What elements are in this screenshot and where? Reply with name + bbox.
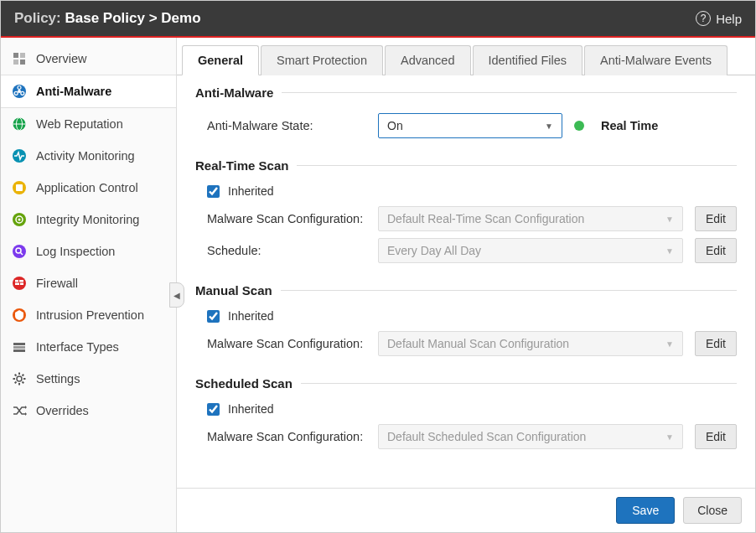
section-legend: Real-Time Scan (195, 158, 297, 173)
sidebar-item-label: Settings (36, 372, 80, 386)
sidebar-item-firewall[interactable]: Firewall (1, 267, 176, 299)
state-label: Anti-Malware State: (207, 119, 366, 132)
svg-rect-0 (13, 53, 18, 58)
manual-config-edit-button[interactable]: Edit (695, 331, 737, 356)
section-legend: Anti-Malware (195, 85, 282, 100)
breadcrumb: Base Policy > Demo (65, 10, 200, 26)
sidebar-item-label: Anti-Malware (36, 85, 111, 98)
chevron-down-icon: ▼ (665, 339, 674, 349)
sidebar-item-log-inspection[interactable]: Log Inspection (1, 235, 176, 267)
realtime-schedule-select[interactable]: Every Day All Day ▼ (378, 238, 683, 263)
section-legend: Scheduled Scan (195, 376, 301, 391)
svg-rect-23 (19, 280, 23, 282)
anti-malware-state-select[interactable]: On ▼ (378, 113, 562, 138)
tab-identified-files[interactable]: Identified Files (473, 45, 583, 75)
scheduled-config-select[interactable]: Default Scheduled Scan Configuration ▼ (378, 424, 683, 449)
svg-rect-25 (20, 283, 23, 286)
globe-icon (11, 116, 28, 132)
scheduled-config-edit-button[interactable]: Edit (695, 424, 737, 449)
select-value: Default Scheduled Scan Configuration (387, 430, 586, 443)
sidebar-item-label: Activity Monitoring (36, 149, 135, 163)
svg-rect-27 (13, 343, 25, 345)
section-anti-malware: Anti-Malware Anti-Malware State: On ▼ Re… (195, 85, 737, 145)
sidebar-item-integrity-monitoring[interactable]: Integrity Monitoring (1, 204, 176, 235)
sidebar-item-overrides[interactable]: Overrides (1, 395, 176, 427)
svg-rect-14 (16, 184, 23, 191)
config-label: Malware Scan Configuration: (207, 337, 366, 350)
realtime-inherited-checkbox[interactable] (207, 185, 220, 198)
chevron-down-icon: ▼ (665, 432, 674, 442)
sidebar-item-label: Overrides (36, 404, 89, 417)
sidebar-item-application-control[interactable]: Application Control (1, 172, 176, 204)
svg-line-36 (23, 382, 24, 384)
svg-point-17 (18, 219, 21, 221)
manual-config-select[interactable]: Default Manual Scan Configuration ▼ (378, 331, 683, 356)
realtime-config-select[interactable]: Default Real-Time Scan Configuration ▼ (378, 206, 683, 231)
svg-rect-2 (13, 60, 18, 65)
biohazard-icon (11, 83, 28, 100)
realtime-schedule-edit-button[interactable]: Edit (695, 238, 737, 263)
magnifier-icon (11, 243, 28, 260)
tab-bar: General Smart Protection Advanced Identi… (177, 38, 755, 75)
sidebar-item-web-reputation[interactable]: Web Reputation (1, 108, 176, 140)
inherited-label: Inherited (228, 184, 273, 198)
sidebar-item-label: Overview (36, 52, 86, 65)
sidebar-item-label: Application Control (36, 181, 138, 194)
chevron-down-icon: ▼ (665, 246, 674, 256)
svg-rect-28 (13, 346, 25, 349)
close-button[interactable]: Close (683, 497, 742, 524)
section-realtime-scan: Real-Time Scan Inherited Malware Scan Co… (195, 158, 737, 270)
svg-rect-29 (13, 349, 25, 352)
svg-rect-3 (20, 60, 25, 65)
tab-anti-malware-events[interactable]: Anti-Malware Events (584, 45, 728, 75)
tab-smart-protection[interactable]: Smart Protection (261, 45, 383, 75)
svg-marker-39 (25, 406, 27, 409)
shuffle-icon (11, 402, 28, 419)
sidebar-item-label: Intrusion Prevention (36, 308, 144, 322)
window-header: Policy: Base Policy > Demo ? Help (1, 1, 755, 38)
realtime-config-edit-button[interactable]: Edit (695, 206, 737, 231)
manual-inherited-checkbox[interactable] (207, 310, 220, 323)
sidebar-item-anti-malware[interactable]: Anti-Malware (1, 75, 176, 108)
sidebar-item-settings[interactable]: Settings (1, 363, 176, 395)
tab-general[interactable]: General (182, 45, 259, 75)
sidebar-item-activity-monitoring[interactable]: Activity Monitoring (1, 140, 176, 172)
status-text: Real Time (601, 119, 658, 132)
select-value: Every Day All Day (387, 244, 481, 257)
inherited-label: Inherited (228, 402, 273, 416)
chevron-left-icon: ◀ (173, 291, 180, 300)
help-link[interactable]: ? Help (696, 11, 742, 26)
interface-icon (11, 339, 28, 355)
integrity-icon (11, 211, 28, 228)
svg-rect-1 (20, 53, 25, 58)
firewall-icon (11, 275, 28, 292)
select-value: Default Manual Scan Configuration (387, 337, 569, 350)
svg-marker-40 (25, 412, 27, 416)
svg-point-30 (17, 376, 22, 381)
help-label: Help (716, 12, 742, 26)
svg-line-37 (15, 382, 17, 384)
sidebar: Overview Anti-Malware Web Reputation Act… (1, 38, 177, 532)
sidebar-item-interface-types[interactable]: Interface Types (1, 331, 176, 363)
sidebar-collapse-handle[interactable]: ◀ (169, 282, 184, 308)
tab-advanced[interactable]: Advanced (385, 45, 471, 75)
title-prefix: Policy: (14, 10, 61, 26)
gear-icon (11, 370, 28, 387)
scheduled-inherited-checkbox[interactable] (207, 403, 220, 416)
sidebar-item-intrusion-prevention[interactable]: Intrusion Prevention (1, 299, 176, 331)
sidebar-item-label: Web Reputation (36, 117, 123, 131)
footer-bar: Save Close (177, 488, 755, 532)
schedule-label: Schedule: (207, 244, 366, 257)
svg-rect-24 (15, 283, 19, 286)
chevron-down-icon: ▼ (665, 215, 674, 224)
page-title: Policy: Base Policy > Demo (14, 10, 201, 27)
sidebar-item-overview[interactable]: Overview (1, 43, 176, 75)
sidebar-item-label: Firewall (36, 277, 78, 290)
status-dot-icon (574, 121, 584, 131)
svg-line-35 (15, 375, 17, 376)
overview-icon (11, 50, 28, 67)
sidebar-item-label: Integrity Monitoring (36, 213, 139, 226)
svg-line-38 (23, 375, 24, 376)
save-button[interactable]: Save (616, 497, 675, 524)
select-value: On (387, 119, 403, 132)
